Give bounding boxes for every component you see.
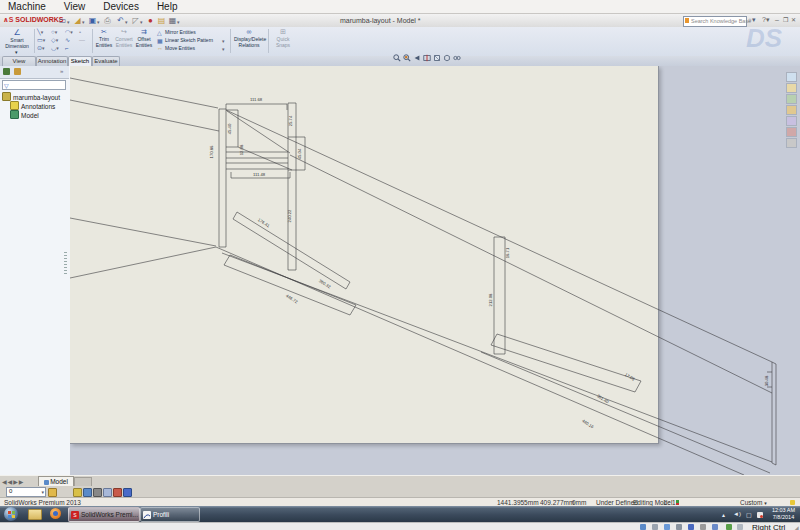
- start-button[interactable]: [4, 507, 18, 521]
- save-caret-icon[interactable]: ▾: [97, 19, 100, 25]
- grid-tool-icon[interactable]: [103, 488, 112, 497]
- circle-tool-icon[interactable]: ○▾: [51, 29, 57, 36]
- search-box[interactable]: Search Knowledge Base: [683, 16, 747, 27]
- zoom-fit-icon[interactable]: [393, 54, 401, 62]
- tray-network-icon[interactable]: ▢: [746, 511, 752, 518]
- graphics-viewport[interactable]: 111.6845.40170.8612.0825.7445.04111.4824…: [70, 66, 800, 475]
- rebuild-icon[interactable]: ●: [146, 16, 155, 25]
- slot-tool-icon[interactable]: ⊙▾: [37, 45, 45, 52]
- value-combobox[interactable]: 0▾: [6, 487, 46, 497]
- custom-properties-icon[interactable]: [786, 127, 797, 137]
- print-icon[interactable]: ⎙: [103, 16, 112, 25]
- arc-tool-icon[interactable]: ◠▾: [65, 29, 73, 36]
- sphere-tool-icon[interactable]: [83, 488, 92, 497]
- vbox-usb-icon[interactable]: [688, 524, 694, 530]
- centerline-tool-icon[interactable]: —: [79, 37, 85, 44]
- open-caret-icon[interactable]: ▾: [82, 19, 85, 25]
- smart-dimension-button[interactable]: ∠ Smart Dimension ▾: [2, 28, 32, 54]
- section-view-icon[interactable]: [423, 54, 431, 62]
- folder-tool-icon[interactable]: [48, 488, 57, 497]
- mirror-entities-button[interactable]: Mirror Entities: [165, 30, 196, 36]
- select-icon[interactable]: ◸: [131, 16, 140, 25]
- quick-tips-stoplight-icon[interactable]: [676, 500, 679, 505]
- open-sketch-icon[interactable]: [73, 488, 82, 497]
- smart-dimension-caret-icon[interactable]: ▾: [15, 50, 18, 56]
- spline-tool-icon[interactable]: ∿: [65, 37, 70, 44]
- panel-splitter-handle[interactable]: [64, 252, 67, 274]
- vbox-shared-folders-icon[interactable]: [700, 524, 706, 530]
- new-caret-icon[interactable]: ▾: [67, 19, 70, 25]
- tip-of-day-icon[interactable]: [790, 500, 795, 505]
- new-document-icon[interactable]: ▭: [58, 16, 67, 25]
- close-icon[interactable]: ✕: [791, 16, 796, 23]
- appearances-icon[interactable]: [786, 116, 797, 126]
- explorer-taskbar-icon[interactable]: [28, 509, 42, 520]
- tab-view-layout[interactable]: View Layout: [2, 56, 36, 66]
- tray-show-hidden-icon[interactable]: ▴: [722, 511, 725, 518]
- point-tool-icon[interactable]: •: [79, 29, 81, 36]
- linear-pattern-button[interactable]: Linear Sketch Pattern: [165, 38, 213, 44]
- tree-item-model[interactable]: Model: [10, 110, 39, 120]
- resize-grip[interactable]: ◢: [794, 524, 799, 530]
- tab-sketch[interactable]: Sketch: [68, 56, 92, 66]
- stop-tool-icon[interactable]: [113, 488, 122, 497]
- list-tool-icon[interactable]: [93, 488, 102, 497]
- view-palette-icon[interactable]: [786, 105, 797, 115]
- design-library-icon[interactable]: [786, 83, 797, 93]
- zoom-area-icon[interactable]: [403, 54, 411, 62]
- vbox-hdd-icon[interactable]: [640, 524, 646, 530]
- solidworks-taskbar-button[interactable]: S SolidWorks Premi...: [68, 507, 140, 522]
- quick-snaps-button[interactable]: ⊞ Quick Snaps: [272, 28, 294, 36]
- tab-evaluate[interactable]: Evaluate: [92, 56, 120, 66]
- move-entities-button[interactable]: Move Entities: [165, 46, 195, 52]
- ellipse-tool-icon[interactable]: ◡▾: [51, 45, 59, 52]
- vbox-mouse-icon[interactable]: [737, 524, 743, 530]
- toolbar-more-icon[interactable]: ▦: [168, 16, 177, 25]
- trim-entities-button[interactable]: ✂ Trim Entities: [95, 28, 113, 36]
- previous-view-icon[interactable]: [413, 54, 421, 62]
- vbox-features-icon[interactable]: [726, 524, 732, 530]
- more-caret-icon[interactable]: ▾: [177, 19, 180, 25]
- panel-chevron-icon[interactable]: »: [60, 68, 63, 74]
- minimize-icon[interactable]: –: [775, 16, 779, 23]
- view-orientation-icon[interactable]: [433, 54, 441, 62]
- tab-scroll-buttons[interactable]: ◀◀▶▶: [2, 478, 24, 485]
- fillet-tool-icon[interactable]: ⌐: [65, 45, 69, 52]
- vm-menu-machine[interactable]: Machine: [8, 1, 46, 12]
- options-icon[interactable]: ▤: [157, 16, 166, 25]
- convert-entities-button[interactable]: ↪ Convert Entities: [115, 28, 133, 36]
- configuration-selector[interactable]: Custom ▾: [740, 499, 767, 506]
- forum-icon[interactable]: [786, 138, 797, 148]
- display-style-icon[interactable]: [443, 54, 451, 62]
- save-icon[interactable]: ▣: [88, 16, 97, 25]
- vbox-audio-icon[interactable]: [664, 524, 670, 530]
- select-caret-icon[interactable]: ▾: [140, 19, 143, 25]
- vm-menu-devices[interactable]: Devices: [103, 1, 139, 12]
- vbox-network-icon[interactable]: [676, 524, 682, 530]
- firefox-taskbar-icon[interactable]: [50, 508, 61, 519]
- sketch-b-icon[interactable]: [123, 488, 132, 497]
- solidworks-resources-icon[interactable]: [786, 72, 797, 82]
- tab-annotation[interactable]: Annotation: [36, 56, 68, 66]
- vm-menu-view[interactable]: View: [64, 1, 86, 12]
- taskbar-clock[interactable]: 12:03 AM 7/8/2014: [768, 507, 799, 521]
- rectangle-tool-icon[interactable]: ▭▾: [37, 37, 45, 44]
- line-tool-icon[interactable]: ╲▾: [37, 29, 43, 36]
- sketch-canvas[interactable]: 111.6845.40170.8612.0825.7445.04111.4824…: [70, 66, 800, 475]
- undo-caret-icon[interactable]: ▾: [125, 19, 128, 25]
- tree-filter-input[interactable]: ▽: [2, 80, 66, 90]
- file-explorer-icon[interactable]: [786, 94, 797, 104]
- hide-show-items-icon[interactable]: [453, 54, 461, 62]
- feature-tree-tab-icon[interactable]: [3, 68, 10, 75]
- offset-entities-button[interactable]: ⇉ Offset Entities: [135, 28, 153, 36]
- polygon-tool-icon[interactable]: ◇▾: [51, 37, 58, 44]
- profili-taskbar-button[interactable]: Profili: [140, 507, 200, 522]
- undo-icon[interactable]: ↶: [116, 16, 125, 25]
- vbox-optical-icon[interactable]: [652, 524, 658, 530]
- tray-volume-icon[interactable]: ◄): [733, 511, 741, 517]
- vm-menu-help[interactable]: Help: [157, 1, 178, 12]
- property-tab-icon[interactable]: [14, 68, 21, 75]
- restore-icon[interactable]: ❐: [783, 16, 788, 23]
- display-delete-relations-button[interactable]: ∞ Display/Delete Relations: [234, 28, 264, 35]
- open-icon[interactable]: ◢: [73, 16, 82, 25]
